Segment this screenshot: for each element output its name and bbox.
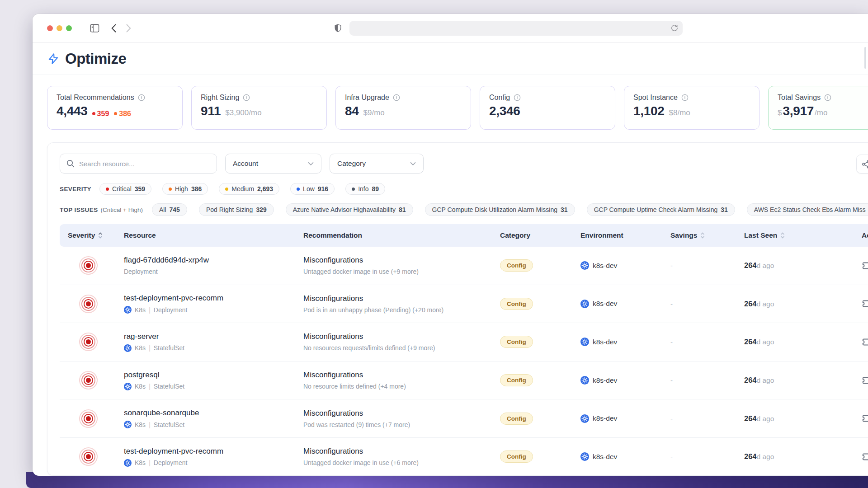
stat-value: 84	[345, 104, 359, 118]
table-row[interactable]: flagd-67ddd6d94d-xrp4w | Deployment Misc…	[60, 247, 868, 285]
resource-name: rag-server	[124, 332, 303, 341]
savings-value: -	[670, 300, 744, 308]
column-environment: Environment	[580, 231, 670, 239]
resource-type: Deployment	[154, 459, 188, 466]
url-bar[interactable]	[349, 21, 683, 36]
savings-ticket-icon[interactable]	[862, 260, 868, 272]
k8s-icon	[124, 459, 132, 467]
last-seen-cell: 264d ago	[744, 300, 862, 308]
close-window-button[interactable]	[47, 25, 53, 31]
privacy-shield-icon[interactable]	[335, 24, 341, 33]
issue-chip-gcp-disk-utilization[interactable]: GCP Compute Disk Utilization Alarm Missi…	[425, 203, 575, 216]
column-recommendation: Recommendation	[303, 231, 500, 239]
stat-card-spot-instance[interactable]: Spot Instance 1,102 $8/mo	[624, 86, 760, 130]
resource-subtitle: | Deployment	[124, 268, 303, 275]
last-seen-cell: 264d ago	[744, 376, 862, 385]
savings-ticket-icon[interactable]	[862, 336, 868, 348]
severity-filter-label: SEVERITY	[60, 186, 91, 192]
browser-toolbar	[33, 14, 868, 43]
stat-card-config[interactable]: Config 2,346	[480, 86, 615, 130]
severity-chip-high[interactable]: High386	[162, 183, 208, 195]
high-count-badge: 386	[114, 110, 131, 118]
info-icon[interactable]	[824, 94, 831, 101]
savings-ticket-icon[interactable]	[862, 298, 868, 310]
stat-card-total-recommendations[interactable]: Total Recommendations 4,443 359 386	[47, 86, 183, 130]
resource-subtitle: K8s | Deployment	[124, 306, 303, 314]
minimize-window-button[interactable]	[57, 25, 62, 31]
recommendation-detail: No resource limits defined (+4 more)	[303, 383, 500, 390]
stats-row: Total Recommendations 4,443 359 386	[47, 86, 868, 130]
issue-chip-gcp-uptime-check[interactable]: GCP Compute Uptime Check Alarm Missing31	[587, 203, 735, 216]
severity-filter-row: SEVERITY Critical359 High386 Medium2,693…	[60, 183, 868, 195]
environment-cell: k8s-dev	[580, 338, 670, 346]
environment-cell: k8s-dev	[580, 452, 670, 461]
category-chip: Config	[500, 413, 533, 425]
severity-chip-info[interactable]: Info89	[345, 183, 385, 195]
sidebar-toggle-icon[interactable]	[90, 24, 99, 33]
table-row[interactable]: sonarqube-sonarqube K8s | StatefulSet Mi…	[60, 399, 868, 438]
resource-name: flagd-67ddd6d94d-xrp4w	[124, 256, 303, 265]
issue-chip-aws-ec2-status[interactable]: AWS Ec2 Status Check Ebs Alarm Miss	[747, 203, 868, 216]
stat-label: Total Savings	[778, 94, 821, 102]
currency-symbol: $	[778, 108, 782, 117]
scrollbar-thumb[interactable]	[864, 47, 866, 69]
account-select[interactable]: Account	[225, 154, 321, 174]
table-row[interactable]: rag-server K8s | StatefulSet Misconfigur…	[60, 323, 868, 361]
maximize-window-button[interactable]	[66, 25, 72, 31]
column-resource: Resource	[124, 231, 303, 239]
category-select[interactable]: Category	[330, 154, 424, 174]
sort-icon	[700, 232, 705, 239]
back-icon[interactable]	[111, 24, 116, 33]
top-issues-label: TOP ISSUES	[60, 206, 98, 213]
search-input[interactable]	[79, 160, 210, 168]
stat-label: Total Recommendations	[57, 94, 134, 102]
resource-name: test-deployment-pvc-recomm	[124, 447, 303, 456]
high-dot-icon	[169, 188, 172, 191]
info-icon[interactable]	[243, 94, 250, 101]
stat-savings: $9/mo	[363, 108, 385, 117]
share-button[interactable]	[856, 155, 868, 174]
last-seen-cell: 264d ago	[744, 414, 862, 423]
savings-ticket-icon[interactable]	[862, 451, 868, 463]
forward-icon[interactable]	[126, 24, 131, 33]
filter-row: Account Category	[60, 154, 868, 174]
savings-ticket-icon[interactable]	[862, 375, 868, 386]
stat-card-right-sizing[interactable]: Right Sizing 911 $3,900/mo	[191, 86, 327, 130]
issue-chip-pod-right-sizing[interactable]: Pod Right Sizing329	[199, 203, 274, 216]
severity-chip-low[interactable]: Low916	[290, 183, 335, 195]
column-last-seen[interactable]: Last Seen	[744, 231, 862, 239]
info-icon[interactable]	[393, 94, 400, 101]
search-box[interactable]	[60, 154, 217, 174]
table-row[interactable]: test-deployment-pvc-recomm K8s | Deploym…	[60, 285, 868, 324]
severity-chip-critical[interactable]: Critical359	[99, 183, 151, 195]
reload-icon[interactable]	[670, 24, 678, 32]
info-icon[interactable]	[514, 94, 521, 101]
stat-value: 4,443	[57, 104, 88, 118]
issue-chip-azure-advisor[interactable]: Azure Native Advisor Highavailability81	[286, 203, 413, 216]
severity-badges: 359 386	[92, 110, 131, 118]
column-savings[interactable]: Savings	[670, 231, 744, 239]
info-icon[interactable]	[138, 94, 145, 101]
info-icon[interactable]	[681, 94, 689, 101]
environment-cell: k8s-dev	[580, 300, 670, 308]
column-severity[interactable]: Severity	[60, 231, 124, 239]
k8s-icon	[124, 306, 132, 314]
table-row[interactable]: test-deployment-pvc-recomm K8s | Deploym…	[60, 438, 868, 476]
severity-chip-medium[interactable]: Medium2,693	[219, 183, 279, 195]
stat-card-infra-upgrade[interactable]: Infra Upgrade 84 $9/mo	[335, 86, 471, 130]
savings-ticket-icon[interactable]	[862, 413, 868, 424]
recommendation-title: Misconfigurations	[303, 371, 500, 380]
last-seen-cell: 264d ago	[744, 261, 862, 270]
savings-value: -	[670, 376, 744, 384]
severity-critical-icon	[86, 339, 91, 344]
critical-dot-icon	[92, 112, 95, 115]
stat-savings: $8/mo	[669, 108, 690, 117]
table-row[interactable]: postgresql K8s | StatefulSet Misconfigur…	[60, 361, 868, 400]
stat-card-total-savings[interactable]: Total Savings $ 3,917 /mo	[768, 86, 868, 130]
resource-subtitle: K8s | Deployment	[124, 459, 303, 467]
category-chip: Config	[500, 336, 533, 348]
issue-chip-all[interactable]: All745	[152, 203, 187, 216]
resource-subtitle: K8s | StatefulSet	[124, 344, 303, 352]
high-dot-icon	[114, 112, 117, 115]
column-action: Action	[862, 231, 868, 239]
